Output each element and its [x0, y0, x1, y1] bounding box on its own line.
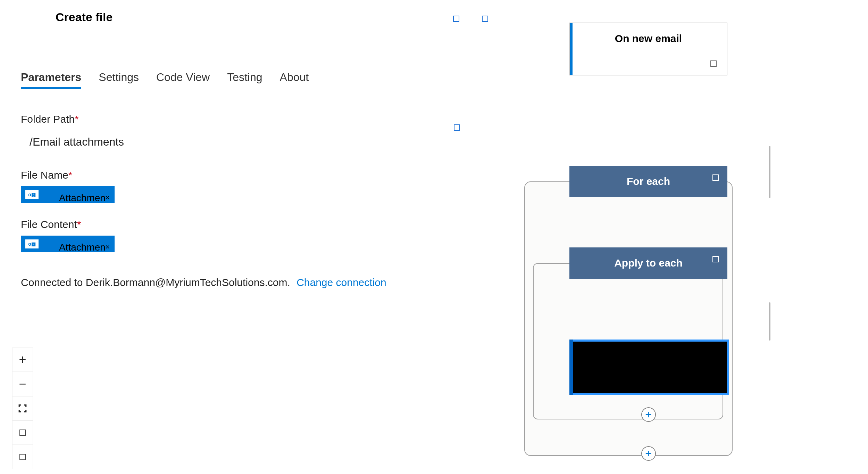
file-content-label: File Content* [21, 219, 486, 230]
file-name-token-text: Attachmen [59, 193, 106, 203]
square-icon [19, 454, 26, 460]
scrollbar-segment[interactable] [769, 146, 770, 198]
tab-testing[interactable]: Testing [227, 71, 262, 89]
file-name-token[interactable]: o▦ Attachmen × [21, 186, 115, 203]
scrollbar-segment[interactable] [769, 302, 770, 341]
panel-tabs: Parameters Settings Code View Testing Ab… [21, 71, 486, 89]
parameters-form: Folder Path* /Email attachments File Nam… [21, 113, 486, 288]
required-asterisk: * [68, 169, 73, 181]
minus-icon: − [19, 377, 26, 391]
collapse-icon[interactable] [712, 256, 719, 262]
zoom-toolbar: + − [12, 348, 33, 469]
for-each-container: For each Apply to each + + [549, 166, 729, 461]
trigger-title: On new email [570, 23, 727, 54]
required-asterisk: * [77, 219, 81, 230]
collapse-icon[interactable] [712, 174, 719, 181]
folder-browse-icon[interactable] [454, 124, 460, 131]
toolbar-extra-2[interactable] [12, 445, 33, 469]
tab-about[interactable]: About [280, 71, 309, 89]
tab-settings[interactable]: Settings [99, 71, 139, 89]
apply-to-each-container: Apply to each + [549, 247, 729, 422]
file-content-label-text: File Content [21, 219, 77, 230]
zoom-out-button[interactable]: − [12, 372, 33, 396]
remove-token-icon[interactable]: × [105, 243, 110, 252]
square-icon [19, 430, 26, 436]
trigger-body [570, 54, 727, 75]
trigger-expand-icon[interactable] [710, 60, 717, 67]
file-name-input[interactable]: o▦ Attachmen × [21, 186, 486, 203]
toolbar-extra-1[interactable] [12, 420, 33, 445]
for-each-title: For each [627, 175, 670, 187]
file-content-token-text: Attachmen [59, 242, 106, 252]
remove-token-icon[interactable]: × [105, 193, 110, 202]
outlook-icon: o▦ [25, 239, 39, 249]
card-accent [569, 340, 573, 395]
for-each-header[interactable]: For each [569, 166, 727, 197]
panel-title: Create file [56, 10, 486, 24]
apply-to-each-header[interactable]: Apply to each [569, 247, 727, 279]
fit-icon [18, 404, 27, 413]
connection-prefix: Connected to [21, 277, 86, 288]
required-asterisk: * [75, 113, 79, 125]
connection-email: Derik.Bormann@MyriumTechSolutions.com. [86, 277, 290, 288]
tab-code-view[interactable]: Code View [156, 71, 210, 89]
file-name-label: File Name* [21, 169, 486, 181]
folder-path-label: Folder Path* [21, 113, 486, 125]
fit-screen-button[interactable] [12, 396, 33, 420]
tab-parameters[interactable]: Parameters [21, 71, 81, 89]
add-action-outer-button[interactable]: + [641, 446, 656, 461]
zoom-in-button[interactable]: + [12, 348, 33, 372]
file-content-input[interactable]: o▦ Attachmen × [21, 236, 486, 252]
plus-icon: + [19, 352, 26, 367]
action-config-panel: Create file Parameters Settings Code Vie… [17, 3, 486, 288]
flow-canvas[interactable]: On new email For each Apply to each + [549, 23, 729, 474]
change-connection-link[interactable]: Change connection [297, 277, 386, 288]
file-content-token[interactable]: o▦ Attachmen × [21, 236, 115, 252]
connection-info: Connected to Derik.Bormann@MyriumTechSol… [21, 277, 486, 288]
trigger-card[interactable]: On new email [569, 23, 727, 75]
add-action-inner-button[interactable]: + [641, 407, 656, 422]
folder-path-label-text: Folder Path [21, 113, 75, 125]
file-name-label-text: File Name [21, 169, 68, 181]
folder-path-value[interactable]: /Email attachments [30, 136, 486, 148]
apply-to-each-title: Apply to each [614, 257, 683, 269]
selected-create-file-card[interactable] [569, 340, 729, 395]
outlook-icon: o▦ [25, 190, 39, 199]
